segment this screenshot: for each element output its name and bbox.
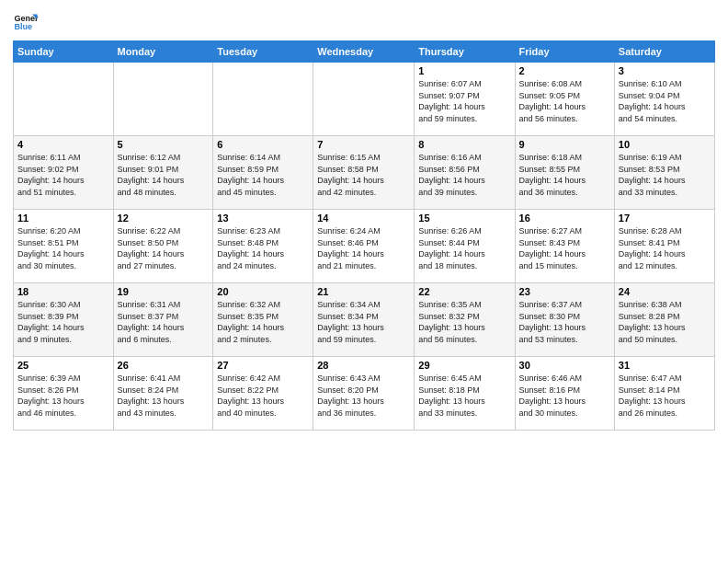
day-number: 5 — [118, 139, 210, 150]
day-number: 30 — [519, 360, 610, 371]
day-info: Sunrise: 6:32 AM Sunset: 8:35 PM Dayligh… — [217, 299, 309, 345]
day-cell: 19Sunrise: 6:31 AM Sunset: 8:37 PM Dayli… — [113, 283, 213, 357]
day-info: Sunrise: 6:16 AM Sunset: 8:56 PM Dayligh… — [418, 152, 510, 198]
day-cell: 3Sunrise: 6:10 AM Sunset: 9:04 PM Daylig… — [614, 63, 714, 136]
day-info: Sunrise: 6:37 AM Sunset: 8:30 PM Dayligh… — [519, 299, 610, 345]
day-number: 7 — [317, 139, 410, 150]
day-info: Sunrise: 6:19 AM Sunset: 8:53 PM Dayligh… — [619, 152, 711, 198]
day-header: Saturday — [614, 41, 714, 63]
day-number: 2 — [519, 65, 610, 76]
svg-text:Blue: Blue — [14, 22, 32, 31]
day-info: Sunrise: 6:27 AM Sunset: 8:43 PM Dayligh… — [519, 225, 610, 271]
day-cell: 18Sunrise: 6:30 AM Sunset: 8:39 PM Dayli… — [14, 283, 114, 357]
day-cell: 30Sunrise: 6:46 AM Sunset: 8:16 PM Dayli… — [515, 357, 614, 431]
week-row: 1Sunrise: 6:07 AM Sunset: 9:07 PM Daylig… — [14, 63, 715, 136]
day-cell: 20Sunrise: 6:32 AM Sunset: 8:35 PM Dayli… — [213, 283, 313, 357]
day-number: 8 — [418, 139, 510, 150]
day-cell: 22Sunrise: 6:35 AM Sunset: 8:32 PM Dayli… — [415, 283, 515, 357]
day-number: 23 — [519, 286, 610, 297]
calendar-table: SundayMondayTuesdayWednesdayThursdayFrid… — [13, 40, 715, 431]
day-cell: 8Sunrise: 6:16 AM Sunset: 8:56 PM Daylig… — [415, 136, 515, 210]
day-number: 16 — [519, 213, 610, 224]
day-cell: 6Sunrise: 6:14 AM Sunset: 8:59 PM Daylig… — [213, 136, 313, 210]
header-row: SundayMondayTuesdayWednesdayThursdayFrid… — [14, 41, 715, 63]
day-info: Sunrise: 6:47 AM Sunset: 8:14 PM Dayligh… — [619, 373, 711, 419]
day-number: 9 — [519, 139, 610, 150]
day-header: Thursday — [415, 41, 515, 63]
week-row: 25Sunrise: 6:39 AM Sunset: 8:26 PM Dayli… — [14, 357, 715, 431]
day-cell: 17Sunrise: 6:28 AM Sunset: 8:41 PM Dayli… — [614, 210, 714, 283]
day-info: Sunrise: 6:10 AM Sunset: 9:04 PM Dayligh… — [619, 78, 711, 124]
day-number: 29 — [418, 360, 510, 371]
day-info: Sunrise: 6:07 AM Sunset: 9:07 PM Dayligh… — [418, 78, 510, 124]
day-cell: 1Sunrise: 6:07 AM Sunset: 9:07 PM Daylig… — [415, 63, 515, 136]
day-info: Sunrise: 6:22 AM Sunset: 8:50 PM Dayligh… — [118, 225, 210, 271]
week-row: 4Sunrise: 6:11 AM Sunset: 9:02 PM Daylig… — [14, 136, 715, 210]
day-cell: 11Sunrise: 6:20 AM Sunset: 8:51 PM Dayli… — [14, 210, 114, 283]
day-number: 22 — [418, 286, 510, 297]
day-number: 26 — [118, 360, 210, 371]
day-info: Sunrise: 6:15 AM Sunset: 8:58 PM Dayligh… — [317, 152, 410, 198]
day-number: 18 — [17, 286, 109, 297]
day-number: 17 — [619, 213, 711, 224]
header: General Blue — [13, 9, 715, 35]
week-row: 11Sunrise: 6:20 AM Sunset: 8:51 PM Dayli… — [14, 210, 715, 283]
day-cell: 29Sunrise: 6:45 AM Sunset: 8:18 PM Dayli… — [415, 357, 515, 431]
day-info: Sunrise: 6:28 AM Sunset: 8:41 PM Dayligh… — [619, 225, 711, 271]
day-number: 14 — [317, 213, 410, 224]
day-cell: 27Sunrise: 6:42 AM Sunset: 8:22 PM Dayli… — [213, 357, 313, 431]
day-cell: 24Sunrise: 6:38 AM Sunset: 8:28 PM Dayli… — [614, 283, 714, 357]
day-info: Sunrise: 6:46 AM Sunset: 8:16 PM Dayligh… — [519, 373, 610, 419]
day-header: Friday — [515, 41, 614, 63]
day-cell: 16Sunrise: 6:27 AM Sunset: 8:43 PM Dayli… — [515, 210, 614, 283]
day-info: Sunrise: 6:23 AM Sunset: 8:48 PM Dayligh… — [217, 225, 309, 271]
day-info: Sunrise: 6:18 AM Sunset: 8:55 PM Dayligh… — [519, 152, 610, 198]
day-info: Sunrise: 6:24 AM Sunset: 8:46 PM Dayligh… — [317, 225, 410, 271]
day-info: Sunrise: 6:20 AM Sunset: 8:51 PM Dayligh… — [17, 225, 109, 271]
day-info: Sunrise: 6:39 AM Sunset: 8:26 PM Dayligh… — [17, 373, 109, 419]
day-info: Sunrise: 6:31 AM Sunset: 8:37 PM Dayligh… — [118, 299, 210, 345]
day-cell: 10Sunrise: 6:19 AM Sunset: 8:53 PM Dayli… — [614, 136, 714, 210]
day-number: 31 — [619, 360, 711, 371]
day-number: 20 — [217, 286, 309, 297]
day-header: Sunday — [14, 41, 114, 63]
day-cell: 5Sunrise: 6:12 AM Sunset: 9:01 PM Daylig… — [113, 136, 213, 210]
logo: General Blue — [13, 9, 39, 35]
day-number: 21 — [317, 286, 410, 297]
day-cell: 15Sunrise: 6:26 AM Sunset: 8:44 PM Dayli… — [415, 210, 515, 283]
day-cell — [14, 63, 114, 136]
day-number: 13 — [217, 213, 309, 224]
day-info: Sunrise: 6:41 AM Sunset: 8:24 PM Dayligh… — [118, 373, 210, 419]
day-cell: 26Sunrise: 6:41 AM Sunset: 8:24 PM Dayli… — [113, 357, 213, 431]
day-cell: 25Sunrise: 6:39 AM Sunset: 8:26 PM Dayli… — [14, 357, 114, 431]
day-cell: 23Sunrise: 6:37 AM Sunset: 8:30 PM Dayli… — [515, 283, 614, 357]
day-cell: 7Sunrise: 6:15 AM Sunset: 8:58 PM Daylig… — [313, 136, 415, 210]
week-row: 18Sunrise: 6:30 AM Sunset: 8:39 PM Dayli… — [14, 283, 715, 357]
day-info: Sunrise: 6:42 AM Sunset: 8:22 PM Dayligh… — [217, 373, 309, 419]
page-container: General Blue SundayMondayTuesdayWednesda… — [0, 0, 728, 440]
day-number: 24 — [619, 286, 711, 297]
day-info: Sunrise: 6:38 AM Sunset: 8:28 PM Dayligh… — [619, 299, 711, 345]
day-number: 1 — [418, 65, 510, 76]
day-cell: 28Sunrise: 6:43 AM Sunset: 8:20 PM Dayli… — [313, 357, 415, 431]
day-info: Sunrise: 6:11 AM Sunset: 9:02 PM Dayligh… — [17, 152, 109, 198]
day-cell — [313, 63, 415, 136]
logo-icon: General Blue — [13, 9, 39, 35]
day-number: 4 — [17, 139, 109, 150]
day-number: 10 — [619, 139, 711, 150]
day-info: Sunrise: 6:34 AM Sunset: 8:34 PM Dayligh… — [317, 299, 410, 345]
day-header: Tuesday — [213, 41, 313, 63]
day-info: Sunrise: 6:14 AM Sunset: 8:59 PM Dayligh… — [217, 152, 309, 198]
day-number: 3 — [619, 65, 711, 76]
day-cell: 31Sunrise: 6:47 AM Sunset: 8:14 PM Dayli… — [614, 357, 714, 431]
day-cell: 21Sunrise: 6:34 AM Sunset: 8:34 PM Dayli… — [313, 283, 415, 357]
day-header: Monday — [113, 41, 213, 63]
day-cell: 14Sunrise: 6:24 AM Sunset: 8:46 PM Dayli… — [313, 210, 415, 283]
day-cell: 12Sunrise: 6:22 AM Sunset: 8:50 PM Dayli… — [113, 210, 213, 283]
day-number: 11 — [17, 213, 109, 224]
day-number: 28 — [317, 360, 410, 371]
day-info: Sunrise: 6:30 AM Sunset: 8:39 PM Dayligh… — [17, 299, 109, 345]
day-info: Sunrise: 6:35 AM Sunset: 8:32 PM Dayligh… — [418, 299, 510, 345]
day-info: Sunrise: 6:26 AM Sunset: 8:44 PM Dayligh… — [418, 225, 510, 271]
day-cell — [213, 63, 313, 136]
